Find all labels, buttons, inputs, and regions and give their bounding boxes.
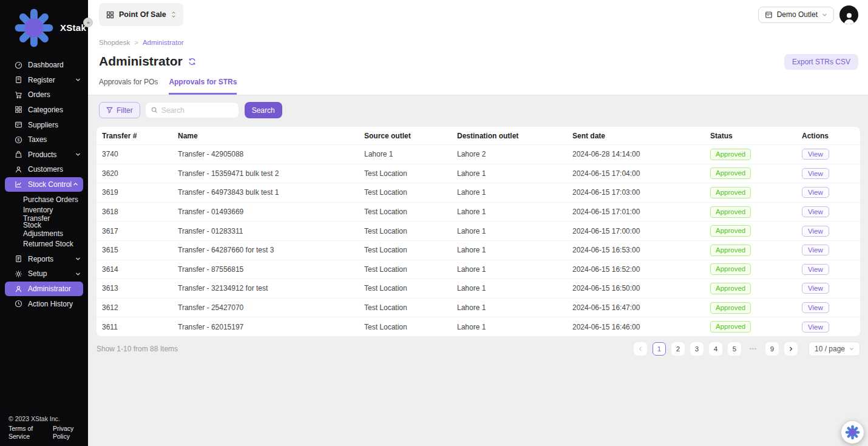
cell-destination: Lahore 1 (457, 208, 572, 216)
view-button[interactable]: View (802, 187, 829, 198)
breadcrumb-current[interactable]: Administrator (143, 39, 184, 46)
cell-source: Test Location (364, 246, 457, 254)
outlet-selector[interactable]: Demo Outlet (758, 7, 834, 23)
pagination-prev-button[interactable] (634, 342, 647, 356)
cell-actions: View (802, 206, 860, 217)
cell-destination: Lahore 1 (457, 323, 572, 331)
view-button[interactable]: View (802, 168, 829, 179)
main-area: Point Of Sale Demo Outlet (88, 0, 868, 446)
sidebar-item-dashboard[interactable]: Dashboard (0, 58, 88, 73)
cell-name: Transfer - 32134912 for test (178, 284, 364, 292)
app-selector[interactable]: Point Of Sale (99, 3, 183, 26)
cell-source: Test Location (364, 188, 457, 197)
tabs: Approvals for POsApprovals for STRs (99, 78, 858, 95)
pagination-page-1[interactable]: 1 (653, 342, 666, 356)
view-button[interactable]: View (802, 245, 829, 255)
table-row: 3615Transfer - 64287660 for test 3Test L… (97, 240, 860, 260)
cell-actions: View (802, 149, 860, 160)
search-button[interactable]: Search (245, 102, 282, 118)
filter-button-label: Filter (117, 106, 133, 115)
sidebar-item-orders[interactable]: Orders (0, 87, 88, 103)
view-button[interactable]: View (802, 206, 829, 217)
sidebar-item-reports[interactable]: Reports (0, 252, 88, 267)
sidebar: XStak DashboardRegisterOrdersCategoriesS… (0, 0, 88, 446)
sidebar-item-categories[interactable]: Categories (0, 103, 88, 118)
cell-destination: Lahore 1 (457, 169, 572, 178)
cell-source: Test Location (364, 323, 457, 331)
tab-approvals-for-pos[interactable]: Approvals for POs (99, 78, 158, 95)
orders-icon (15, 91, 22, 99)
sidebar-item-setup[interactable]: Setup (0, 266, 88, 282)
refresh-icon[interactable] (188, 58, 196, 66)
xstak-asterisk-icon (12, 6, 56, 50)
status-badge: Approved (710, 302, 751, 314)
cell-sent: 2024-06-15 16:52:00 (572, 265, 710, 274)
sidebar-item-action-history[interactable]: Action History (0, 296, 88, 311)
table-row: 3620Transfer - 15359471 bulk test 2Test … (97, 164, 860, 183)
pagination-next-button[interactable] (784, 342, 798, 356)
view-button[interactable]: View (802, 149, 829, 160)
pagination-summary: Show 1-10 from 88 Items (97, 345, 178, 353)
sidebar-item-administrator[interactable]: Administrator (5, 282, 83, 297)
chevron-down-icon (822, 12, 827, 18)
page-size-select[interactable]: 10 / page (809, 342, 860, 356)
cell-status: Approved (710, 206, 802, 218)
cell-destination: Lahore 1 (457, 188, 572, 197)
grid-icon (106, 11, 114, 19)
cell-destination: Lahore 1 (457, 284, 572, 292)
sidebar-item-label: Setup (28, 269, 47, 278)
sidebar-item-returned-stock[interactable]: Returned Stock (0, 237, 88, 252)
view-button[interactable]: View (802, 302, 829, 313)
pagination-page-5[interactable]: 5 (728, 342, 741, 356)
help-widget-button[interactable] (841, 421, 864, 444)
terms-of-service-link[interactable]: Terms of Service (8, 425, 45, 441)
sidebar-collapse-button[interactable]: ‹› (83, 18, 93, 27)
cell-name: Transfer - 64287660 for test 3 (178, 246, 364, 254)
table-row: 3619Transfer - 64973843 bulk test 1Test … (97, 183, 860, 202)
pagination-page-4[interactable]: 4 (709, 342, 722, 356)
view-button[interactable]: View (802, 226, 829, 237)
cell-source: Test Location (364, 265, 457, 274)
filter-button[interactable]: Filter (99, 102, 140, 118)
topbar-right: Demo Outlet (758, 5, 858, 24)
sidebar-item-customers[interactable]: Customers (0, 162, 88, 177)
cell-transfer: 3617 (102, 227, 178, 235)
export-strs-csv-button[interactable]: Export STRs CSV (784, 54, 858, 70)
sidebar-item-register[interactable]: Register (0, 72, 88, 87)
cell-sent: 2024-06-15 17:04:00 (572, 169, 710, 178)
tab-approvals-for-strs[interactable]: Approvals for STRs (169, 78, 237, 95)
breadcrumb-root[interactable]: Shopdesk (99, 39, 130, 46)
cell-name: Transfer - 01493669 (178, 208, 364, 216)
cell-destination: Lahore 2 (457, 150, 572, 158)
pagination: Show 1-10 from 88 Items 12345•••9 (97, 342, 860, 356)
search-input[interactable] (161, 106, 233, 115)
search-box (145, 102, 239, 118)
pagination-page-9[interactable]: 9 (765, 342, 779, 356)
sidebar-item-stock-control[interactable]: Stock Control (5, 177, 83, 192)
cell-transfer: 3612 (102, 303, 178, 312)
privacy-policy-link[interactable]: Privacy Policy (53, 425, 83, 441)
cell-status: Approved (710, 167, 802, 179)
sidebar-item-stock-adjustments[interactable]: Stock Adjustments (0, 221, 88, 237)
sidebar-item-label: Purchase Orders (23, 195, 78, 204)
cell-destination: Lahore 1 (457, 227, 572, 235)
sidebar-item-taxes[interactable]: $Taxes (0, 132, 88, 147)
user-avatar[interactable] (839, 5, 858, 24)
sidebar-item-products[interactable]: Products (0, 147, 88, 162)
cell-sent: 2024-06-15 17:01:00 (572, 208, 710, 216)
cell-transfer: 3618 (102, 208, 178, 216)
table-row: 3611Transfer - 62015197Test LocationLaho… (97, 317, 860, 336)
view-button[interactable]: View (802, 322, 829, 333)
pagination-page-3[interactable]: 3 (690, 342, 704, 356)
pagination-page-2[interactable]: 2 (671, 342, 685, 356)
sidebar-item-inventory-transfer[interactable]: Inventory Transfer (0, 207, 88, 222)
sidebar-item-suppliers[interactable]: Suppliers (0, 117, 88, 132)
view-button[interactable]: View (802, 283, 829, 294)
title-row: Administrator (99, 54, 858, 69)
sidebar-item-label: Action History (28, 300, 73, 308)
sidebar-item-purchase-orders[interactable]: Purchase Orders (0, 192, 88, 207)
status-badge: Approved (710, 245, 751, 256)
view-button[interactable]: View (802, 264, 829, 275)
content-area: Filter Search Transfer #NameSource outle… (88, 95, 868, 446)
outlet-selector-label: Demo Outlet (777, 10, 818, 19)
